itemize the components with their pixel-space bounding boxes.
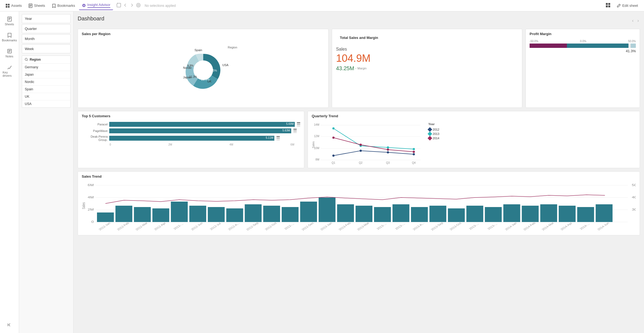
svg-point-54: [413, 153, 415, 155]
svg-point-11: [138, 4, 139, 6]
filter-quarter[interactable]: Quarter: [22, 24, 71, 33]
svg-text:Spain: Spain: [195, 48, 202, 52]
top-navigation: Assets Sheets Bookmarks ✦ Insight Adviso…: [0, 0, 644, 11]
region-usa[interactable]: USA: [22, 100, 70, 107]
region-germany[interactable]: Germany: [22, 64, 70, 71]
nav-assets-label: Assets: [11, 4, 22, 8]
region-filter-header: Region: [22, 56, 70, 64]
svg-text:Sales: Sales: [82, 202, 86, 209]
profit-bar-negative: [530, 44, 567, 48]
region-label: Region: [30, 58, 41, 61]
x-label-6m: 6M: [290, 143, 294, 146]
legend-2012: 2012: [428, 128, 439, 131]
profit-scale-left: -50.0%: [530, 40, 538, 43]
svg-text:2013-Oct: 2013-Oct: [449, 222, 462, 231]
svg-rect-80: [171, 202, 188, 222]
back-icon[interactable]: [123, 3, 128, 8]
svg-text:14M: 14M: [314, 123, 319, 126]
region-spain[interactable]: Spain: [22, 86, 70, 93]
grid-view-button[interactable]: [604, 1, 612, 10]
selection-icon[interactable]: [116, 3, 121, 8]
svg-text:2012-Oct: 2012-Oct: [264, 222, 278, 231]
profit-bar-positive: [567, 44, 628, 48]
next-sheet-button[interactable]: ›: [636, 17, 640, 24]
nav-insight-advisor[interactable]: ✦ Insight Advisor: [79, 1, 113, 10]
content-area: Year Quarter Month Week Region Germany J…: [19, 11, 644, 333]
customers-x-axis: 0 2M 4M 6M: [82, 143, 300, 146]
svg-rect-85: [263, 206, 280, 222]
nav-sheets[interactable]: Sheets: [26, 2, 48, 10]
svg-text:2012-Sep: 2012-Sep: [245, 222, 259, 231]
profit-bar-highlight: [631, 44, 636, 48]
sales-value: 104.9M: [336, 53, 518, 64]
sales-trend-title: Sales Trend: [78, 172, 640, 180]
svg-rect-76: [97, 212, 114, 222]
nav-sheets-label: Sheets: [34, 4, 45, 8]
filter-year[interactable]: Year: [22, 14, 71, 23]
svg-point-58: [413, 148, 415, 150]
collapse-sidebar-button[interactable]: [5, 320, 14, 330]
svg-rect-1: [8, 4, 10, 5]
time-filter-section: Year Quarter Month Week: [22, 14, 71, 53]
svg-text:2013-A...: 2013-A...: [412, 222, 425, 231]
nav-arrows: ‹ ›: [631, 17, 640, 24]
profit-margin-title: Profit Margin: [526, 29, 640, 38]
sidebar-bottom: [5, 320, 14, 333]
svg-rect-84: [245, 204, 262, 222]
svg-text:8M: 8M: [315, 158, 319, 161]
sales-per-region-panel: Sales per Region Region: [78, 29, 329, 108]
svg-text:Sales: Sales: [312, 141, 315, 148]
sidebar-item-notes[interactable]: Notes: [1, 46, 18, 60]
svg-text:2013-Jan: 2013-Jan: [320, 222, 333, 231]
filter-month[interactable]: Month: [22, 34, 71, 43]
svg-rect-90: [356, 206, 372, 222]
top-panels-row: Sales per Region Region: [78, 29, 640, 108]
svg-rect-86: [282, 207, 299, 222]
quarterly-trend-panel: Quarterly Trend 14M 12M 10M 8M Sales: [308, 111, 640, 168]
nav-bookmarks[interactable]: Bookmarks: [49, 2, 78, 10]
customer-value-pagewave: 5.63M: [282, 129, 290, 132]
svg-rect-16: [608, 5, 610, 7]
sidebar-item-key-drivers[interactable]: Key drivers: [1, 62, 18, 79]
svg-text:2014-Jan: 2014-Jan: [504, 222, 518, 231]
edit-sheet-button[interactable]: Edit sheet: [613, 2, 641, 10]
legend-2014-label: 2014: [433, 137, 439, 140]
sidebar-notes-label: Notes: [5, 55, 13, 58]
svg-rect-83: [226, 208, 243, 222]
svg-text:2M: 2M: [88, 208, 94, 211]
prev-sheet-button[interactable]: ‹: [631, 17, 634, 24]
region-nordic[interactable]: Nordic: [22, 78, 70, 86]
svg-text:2012-Apr: 2012-Apr: [153, 222, 167, 231]
top-customers-title: Top 5 Customers: [78, 111, 304, 120]
svg-text:2014-Jun: 2014-Jun: [597, 222, 610, 231]
svg-text:2013-...: 2013-...: [468, 223, 480, 230]
svg-point-57: [387, 146, 389, 149]
profit-scale-right: 50.0%: [628, 40, 636, 43]
filter-week[interactable]: Week: [22, 44, 71, 53]
lock-icon[interactable]: [136, 3, 141, 8]
sidebar-item-bookmarks[interactable]: Bookmarks: [1, 30, 18, 44]
left-sidebar: Sheets Bookmarks Notes Key drivers: [0, 11, 19, 333]
nav-assets[interactable]: Assets: [3, 2, 25, 10]
svg-text:Region: Region: [228, 46, 237, 49]
region-uk[interactable]: UK: [22, 93, 70, 100]
legend-2012-label: 2012: [433, 128, 439, 131]
forward-icon[interactable]: [129, 3, 134, 8]
sidebar-bookmarks-label: Bookmarks: [2, 39, 17, 42]
sidebar-sheets-label: Sheets: [5, 23, 14, 26]
customer-value-deak: 5.11M: [266, 136, 274, 139]
svg-text:2012-Dec: 2012-Dec: [301, 221, 315, 231]
svg-rect-94: [429, 206, 446, 222]
region-japan[interactable]: Japan: [22, 71, 70, 78]
edit-sheet-label: Edit sheet: [622, 4, 638, 8]
svg-rect-3: [8, 6, 10, 8]
svg-rect-93: [411, 207, 428, 222]
donut-chart: Region: [162, 40, 244, 100]
svg-rect-13: [606, 3, 608, 5]
toolbar-icons: [116, 3, 141, 8]
sidebar-item-sheets[interactable]: Sheets: [1, 14, 18, 28]
svg-rect-103: [596, 204, 613, 222]
no-selections-text: No selections applied: [145, 4, 176, 8]
dashboard: Dashboard ‹ › Sales per Region Region: [74, 11, 644, 333]
svg-text:2014-...: 2014-...: [579, 223, 591, 230]
